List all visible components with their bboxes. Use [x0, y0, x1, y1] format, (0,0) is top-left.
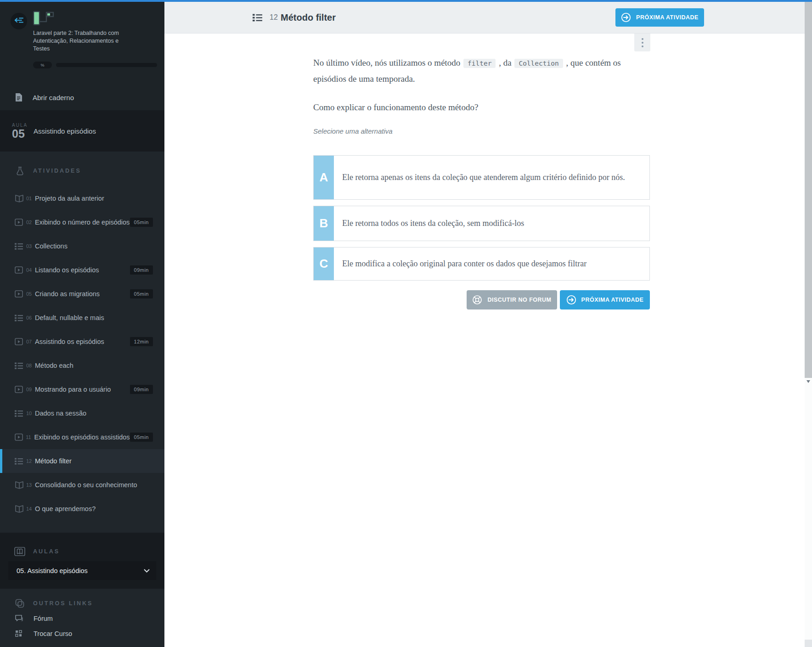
open-book-icon: [14, 547, 25, 556]
activity-item-07[interactable]: 07 Assistindo os episódios 12min: [0, 330, 164, 354]
switch-course-link-label: Trocar Curso: [34, 630, 72, 637]
activity-item-01[interactable]: 01 Projeto da aula anterior: [0, 186, 164, 210]
main-content: 12 Método filter PRÓXIMA ATIVIDADE No úl…: [164, 2, 805, 647]
list-icon: [15, 362, 25, 369]
list-icon: [15, 315, 25, 321]
question-paragraph-1: No último vídeo, nós utilizamos o método…: [313, 34, 635, 87]
alternative-c-letter: C: [314, 248, 334, 280]
course-progress: %: [33, 62, 157, 68]
lesson-number: 05: [12, 128, 34, 140]
video-icon: [15, 433, 24, 441]
course-logo[interactable]: [32, 10, 59, 31]
activity-item-14[interactable]: 14 O que aprendemos?: [0, 497, 164, 521]
alternative-a-text: Ele retorna apenas os itens da coleção q…: [334, 156, 638, 199]
duration-badge: 05min: [130, 289, 153, 298]
activity-item-10[interactable]: 10 Dados na sessão: [0, 401, 164, 425]
aulas-section-title: AULAS: [33, 548, 60, 555]
course-title[interactable]: Laravel parte 2: Trabalhando com Autenti…: [33, 29, 132, 53]
lesson-kicker: AULA: [12, 123, 34, 128]
alternative-c[interactable]: C Ele modifica a coleção original para c…: [313, 247, 650, 281]
activity-number: 12: [270, 13, 278, 22]
grid-icon: [15, 630, 24, 637]
notebook-icon: [15, 93, 22, 101]
page: Laravel parte 2: Trabalhando com Autenti…: [0, 0, 812, 647]
list-icon: [15, 458, 25, 465]
activities-section-header: ATIVIDADES: [0, 152, 164, 180]
duration-badge: 05min: [130, 218, 153, 227]
activity-item-02[interactable]: 02 Exibindo o número de episódios 05min: [0, 210, 164, 234]
list-icon: [15, 410, 25, 417]
aulas-section-header: AULAS: [0, 533, 164, 559]
activities-section: ATIVIDADES 01 Projeto da aula anterior 0…: [0, 152, 164, 533]
sidebar: Laravel parte 2: Trabalhando com Autenti…: [0, 2, 164, 647]
activities-section-title: ATIVIDADES: [33, 168, 81, 174]
vertical-scrollbar[interactable]: [805, 2, 812, 647]
discuss-forum-button[interactable]: DISCUTIR NO FORUM: [467, 290, 557, 309]
next-activity-button-top[interactable]: PRÓXIMA ATIVIDADE: [615, 8, 704, 27]
current-lesson-banner[interactable]: AULA 05 Assistindo episódios: [0, 110, 164, 152]
lesson-title: Assistindo episódios: [34, 127, 96, 135]
alternative-b[interactable]: B Ele retorna todos os itens da coleção,…: [313, 206, 650, 241]
activity-item-08[interactable]: 08 Método each: [0, 354, 164, 377]
scrollbar-corner: [805, 640, 812, 647]
activity-item-04[interactable]: 04 Listando os episódios 09min: [0, 258, 164, 282]
duration-badge: 12min: [130, 337, 153, 346]
switch-course-link[interactable]: Trocar Curso: [0, 626, 164, 641]
activity-item-06[interactable]: 06 Default, nullable e mais: [0, 306, 164, 330]
video-icon: [15, 266, 25, 274]
top-accent-line: [0, 0, 812, 2]
question-area: No último vídeo, nós utilizamos o método…: [313, 34, 650, 309]
activity-item-09[interactable]: 09 Mostrando para o usuário 09min: [0, 377, 164, 401]
select-alternative-helper: Selecione uma alternativa: [313, 127, 650, 135]
activity-item-05[interactable]: 05 Criando as migrations 05min: [0, 282, 164, 306]
alternative-a[interactable]: A Ele retorna apenas os itens da coleção…: [313, 155, 650, 200]
chat-bubble-icon: [15, 615, 24, 622]
collapse-sidebar-button[interactable]: [11, 13, 27, 29]
next-activity-button-top-label: PRÓXIMA ATIVIDADE: [636, 14, 699, 21]
book-icon: [15, 505, 25, 513]
scrollbar-thumb[interactable]: [805, 2, 812, 378]
forum-link[interactable]: Fórum: [0, 611, 164, 626]
aulas-section: AULAS 05. Assistindo episódios: [0, 533, 164, 589]
discuss-forum-button-label: DISCUTIR NO FORUM: [487, 297, 551, 303]
video-icon: [15, 290, 25, 298]
alternatives-list: A Ele retorna apenas os itens da coleção…: [313, 155, 650, 281]
question-actions: DISCUTIR NO FORUM PRÓXIMA ATIVIDADE: [313, 290, 650, 309]
activity-item-12-current[interactable]: 12 Método filter: [0, 449, 164, 473]
list-icon: [15, 243, 25, 250]
activity-list-icon: [253, 14, 262, 22]
scroll-down-arrow-icon[interactable]: [806, 380, 810, 383]
video-icon: [15, 219, 25, 226]
sidebar-course-header: Laravel parte 2: Trabalhando com Autenti…: [0, 2, 164, 110]
inline-code: Collection: [514, 59, 563, 68]
question-paragraph-2: Como explicar o funcionamento deste méto…: [313, 100, 650, 115]
arrow-right-circle-icon: [621, 12, 631, 23]
duration-badge: 09min: [130, 385, 153, 394]
activity-item-11[interactable]: 11 Exibindo os episódios assistidos 05mi…: [0, 425, 164, 449]
inline-code: filter: [463, 59, 496, 68]
progress-percent-badge: %: [33, 62, 52, 68]
open-notebook-label: Abrir caderno: [33, 94, 74, 101]
activities-list: 01 Projeto da aula anterior 02 Exibindo …: [0, 186, 164, 521]
book-icon: [15, 481, 25, 489]
other-links-section-header: OUTROS LINKS: [0, 589, 164, 611]
duration-badge: 09min: [130, 265, 153, 275]
flask-icon: [14, 167, 25, 175]
activity-header: 12 Método filter PRÓXIMA ATIVIDADE: [164, 2, 805, 34]
lesson-selector-dropdown[interactable]: 05. Assistindo episódios: [8, 561, 156, 580]
next-activity-button-bottom[interactable]: PRÓXIMA ATIVIDADE: [560, 290, 650, 309]
open-notebook-button[interactable]: Abrir caderno: [0, 87, 164, 107]
alternative-c-text: Ele modifica a coleção original para con…: [334, 248, 599, 280]
alternative-b-letter: B: [314, 206, 334, 241]
collapse-arrow-icon: [14, 17, 23, 26]
alternative-a-letter: A: [314, 156, 334, 199]
activity-item-13[interactable]: 13 Consolidando o seu conhecimento: [0, 473, 164, 497]
activity-item-03[interactable]: 03 Collections: [0, 234, 164, 258]
links-icon: [14, 599, 25, 608]
lifebuoy-icon: [472, 295, 482, 305]
next-activity-button-bottom-label: PRÓXIMA ATIVIDADE: [581, 297, 644, 303]
duration-badge: 05min: [130, 433, 153, 442]
other-links-section: OUTROS LINKS Fórum Trocar Curso: [0, 589, 164, 647]
lesson-selector-value: 05. Assistindo episódios: [17, 567, 144, 574]
other-links-section-title: OUTROS LINKS: [33, 600, 93, 607]
